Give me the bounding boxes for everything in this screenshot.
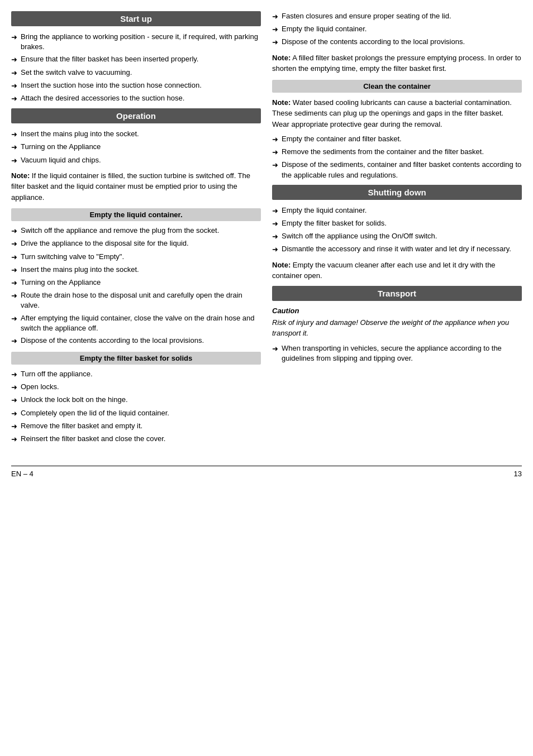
list-item: ➜ Dispose of the sediments, container an… bbox=[272, 160, 522, 180]
list-item-text: Turn switching valve to "Empty". bbox=[21, 252, 124, 262]
list-item: ➜ Reinsert the filter basket and close t… bbox=[11, 434, 261, 444]
list-item-text: Route the drain hose to the disposal uni… bbox=[21, 290, 261, 310]
list-item: ➜ After emptying the liquid container, c… bbox=[11, 313, 261, 333]
arrow-icon: ➜ bbox=[11, 278, 17, 288]
arrow-icon: ➜ bbox=[272, 245, 278, 255]
arrow-icon: ➜ bbox=[11, 395, 17, 405]
list-item: ➜ Vacuum liquid and chips. bbox=[11, 155, 261, 166]
arrow-icon: ➜ bbox=[272, 344, 278, 354]
list-item-text: Insert the mains plug into the socket. bbox=[21, 265, 139, 275]
list-item: ➜ Switch off the appliance and remove th… bbox=[11, 226, 261, 236]
page-footer: EN – 4 13 bbox=[11, 466, 522, 478]
list-item: ➜ Switch off the appliance using the On/… bbox=[272, 231, 522, 242]
list-item-text: Switch off the appliance and remove the … bbox=[21, 226, 219, 236]
list-item-text: Dispose of the sediments, container and … bbox=[282, 160, 522, 180]
arrow-icon: ➜ bbox=[11, 382, 17, 393]
arrow-icon: ➜ bbox=[11, 68, 17, 78]
arrow-icon: ➜ bbox=[11, 239, 17, 249]
startup-list: ➜ Bring the appliance to working positio… bbox=[11, 32, 261, 104]
arrow-icon: ➜ bbox=[272, 12, 278, 22]
list-item: ➜ Unlock the lock bolt on the hinge. bbox=[11, 395, 261, 405]
transport-header: Transport bbox=[272, 286, 522, 301]
shutting-down-section: Shutting down ➜ Empty the liquid contain… bbox=[272, 185, 522, 281]
list-item: ➜ Dismantle the accessory and rinse it w… bbox=[272, 244, 522, 255]
list-item: ➜ Turn off the appliance. bbox=[11, 369, 261, 380]
arrow-icon: ➜ bbox=[272, 232, 278, 242]
list-item-text: Unlock the lock bolt on the hinge. bbox=[21, 395, 128, 405]
note-text: A filled filter basket prolongs the pres… bbox=[272, 54, 521, 73]
list-item: ➜ When transporting in vehicles, secure … bbox=[272, 343, 522, 363]
arrow-icon: ➜ bbox=[11, 55, 17, 65]
note-label: Note: bbox=[272, 54, 291, 62]
arrow-icon: ➜ bbox=[272, 219, 278, 229]
list-item-text: Remove the filter basket and empty it. bbox=[21, 421, 142, 431]
list-item-text: Reinsert the filter basket and close the… bbox=[21, 434, 165, 444]
empty-filter-section: Empty the filter basket for solids ➜ Tur… bbox=[11, 352, 261, 444]
list-item-text: Empty the liquid container. bbox=[282, 205, 367, 216]
arrow-icon: ➜ bbox=[11, 94, 17, 104]
list-item-text: Set the switch valve to vacuuming. bbox=[21, 68, 132, 78]
right-column: ➜ Fasten closures and ensure proper seat… bbox=[272, 11, 522, 449]
list-item-text: Drive the appliance to the disposal site… bbox=[21, 238, 189, 248]
left-column: Start up ➜ Bring the appliance to workin… bbox=[11, 11, 261, 449]
arrow-icon: ➜ bbox=[272, 160, 278, 170]
arrow-icon: ➜ bbox=[11, 434, 17, 444]
list-item: ➜ Insert the mains plug into the socket. bbox=[11, 265, 261, 275]
list-item-text: Completely open the lid of the liquid co… bbox=[21, 408, 169, 418]
list-item: ➜ Remove the sediments from the containe… bbox=[272, 147, 522, 157]
list-item-text: Insert the mains plug into the socket. bbox=[21, 129, 139, 139]
list-item: ➜ Set the switch valve to vacuuming. bbox=[11, 68, 261, 78]
note-text: If the liquid container is filled, the s… bbox=[11, 171, 250, 202]
arrow-icon: ➜ bbox=[272, 206, 278, 216]
note-label: Note: bbox=[11, 171, 30, 180]
list-item: ➜ Fasten closures and ensure proper seat… bbox=[272, 11, 522, 22]
footer-right: 13 bbox=[514, 470, 522, 478]
list-item: ➜ Insert the mains plug into the socket. bbox=[11, 129, 261, 140]
list-item: ➜ Empty the filter basket for solids. bbox=[272, 218, 522, 229]
arrow-icon: ➜ bbox=[11, 370, 17, 380]
list-item-text: Dismantle the accessory and rinse it wit… bbox=[282, 244, 511, 254]
operation-header: Operation bbox=[11, 108, 261, 123]
note-label: Note: bbox=[272, 261, 291, 269]
list-item: ➜ Remove the filter basket and empty it. bbox=[11, 421, 261, 432]
arrow-icon: ➜ bbox=[11, 422, 17, 432]
list-item: ➜ Dispose of the contents according to t… bbox=[11, 336, 261, 346]
empty-liquid-list: ➜ Switch off the appliance and remove th… bbox=[11, 226, 261, 346]
list-item-text: Vacuum liquid and chips. bbox=[21, 155, 101, 165]
list-item: ➜ Bring the appliance to working positio… bbox=[11, 32, 261, 52]
list-item: ➜ Insert the suction hose into the sucti… bbox=[11, 80, 261, 91]
operation-note: Note: If the liquid container is filled,… bbox=[11, 170, 261, 203]
footer-left: EN – 4 bbox=[11, 470, 34, 478]
empty-liquid-section: Empty the liquid container. ➜ Switch off… bbox=[11, 208, 261, 346]
list-item: ➜ Turn switching valve to "Empty". bbox=[11, 252, 261, 262]
list-item-text: Open locks. bbox=[21, 382, 59, 392]
arrow-icon: ➜ bbox=[272, 37, 278, 47]
list-item: ➜ Turning on the Appliance bbox=[11, 277, 261, 288]
list-item-text: Attach the desired accessories to the su… bbox=[21, 93, 184, 103]
arrow-icon: ➜ bbox=[272, 25, 278, 35]
arrow-icon: ➜ bbox=[11, 252, 17, 262]
list-item-text: Bring the appliance to working position … bbox=[21, 32, 261, 52]
list-item-text: Empty the filter basket for solids. bbox=[282, 218, 387, 228]
list-item: ➜ Attach the desired accessories to the … bbox=[11, 93, 261, 104]
shutting-down-header: Shutting down bbox=[272, 185, 522, 200]
note-text: Water based cooling lubricants can cause… bbox=[272, 98, 512, 128]
empty-filter-header: Empty the filter basket for solids bbox=[11, 352, 261, 365]
list-item: ➜ Completely open the lid of the liquid … bbox=[11, 408, 261, 419]
list-item: ➜ Drive the appliance to the disposal si… bbox=[11, 238, 261, 249]
startup-header: Start up bbox=[11, 11, 261, 26]
list-item-text: When transporting in vehicles, secure th… bbox=[282, 343, 522, 363]
shutting-down-list: ➜ Empty the liquid container. ➜ Empty th… bbox=[272, 205, 522, 255]
clean-container-section: Clean the container Note: Water based co… bbox=[272, 80, 522, 180]
arrow-icon: ➜ bbox=[11, 314, 17, 324]
clean-container-note: Note: Water based cooling lubricants can… bbox=[272, 97, 522, 130]
list-item-text: Insert the suction hose into the suction… bbox=[21, 80, 202, 90]
list-item: ➜ Ensure that the filter basket has been… bbox=[11, 54, 261, 65]
arrow-icon: ➜ bbox=[11, 336, 17, 346]
continue-list: ➜ Fasten closures and ensure proper seat… bbox=[272, 11, 522, 48]
list-item-text: Dispose of the contents according to the… bbox=[282, 37, 465, 47]
operation-list: ➜ Insert the mains plug into the socket.… bbox=[11, 129, 261, 166]
list-item: ➜ Route the drain hose to the disposal u… bbox=[11, 290, 261, 310]
list-item: ➜ Empty the liquid container. bbox=[272, 205, 522, 216]
startup-section: Start up ➜ Bring the appliance to workin… bbox=[11, 11, 261, 104]
